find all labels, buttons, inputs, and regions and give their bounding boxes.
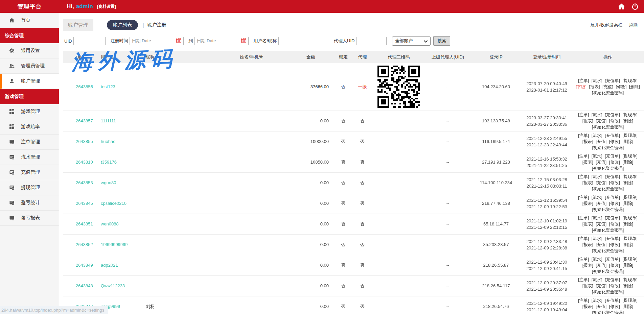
action-link[interactable]: [充值] bbox=[602, 84, 613, 89]
uid-link[interactable]: 2643855 bbox=[76, 139, 93, 144]
action-link[interactable]: [报表] bbox=[582, 119, 593, 123]
action-link[interactable]: [初始化资金密码] bbox=[592, 248, 624, 253]
action-link[interactable]: [报表] bbox=[582, 304, 593, 309]
action-link[interactable]: [流水] bbox=[592, 236, 602, 241]
date-to-input[interactable]: 日期 Date 31 bbox=[194, 37, 249, 45]
agent-uid-input[interactable] bbox=[356, 37, 387, 45]
username-input[interactable] bbox=[278, 37, 329, 45]
action-link[interactable]: [报表] bbox=[582, 180, 593, 185]
uid-link[interactable]: 2643851 bbox=[76, 221, 93, 226]
action-link[interactable]: [流水] bbox=[592, 298, 602, 303]
action-link[interactable]: [注单] bbox=[578, 133, 589, 138]
action-link[interactable]: [充值单] bbox=[605, 174, 620, 179]
action-link[interactable]: [注单] bbox=[578, 216, 589, 220]
action-link[interactable]: [报表] bbox=[582, 222, 593, 226]
action-link[interactable]: [充值] bbox=[596, 119, 606, 123]
action-link[interactable]: [流水] bbox=[592, 174, 602, 179]
uid-link[interactable]: 2643856 bbox=[76, 84, 93, 89]
action-link[interactable]: [删除] bbox=[622, 284, 633, 288]
action-link[interactable]: [充值单] bbox=[605, 154, 620, 159]
sidebar-item-10[interactable]: @充值管理 bbox=[0, 165, 59, 180]
username-link[interactable]: 1111111 bbox=[101, 118, 116, 123]
search-button[interactable]: 搜索 bbox=[433, 36, 450, 46]
action-link[interactable]: [初始化资金密码] bbox=[592, 145, 624, 150]
action-link[interactable]: [提现单] bbox=[622, 174, 637, 179]
action-link[interactable]: [删除] bbox=[622, 160, 633, 165]
action-link[interactable]: [注单] bbox=[578, 236, 589, 241]
action-link[interactable]: [提现单] bbox=[622, 113, 637, 117]
action-link[interactable]: [删除] bbox=[622, 180, 633, 185]
uid-link[interactable]: 2643857 bbox=[76, 118, 93, 123]
action-link[interactable]: [充值] bbox=[596, 263, 606, 268]
action-link[interactable]: [初始化资金密码] bbox=[592, 290, 624, 294]
home-icon[interactable] bbox=[618, 3, 625, 10]
action-link[interactable]: [报表] bbox=[582, 201, 593, 206]
action-link[interactable]: [注单] bbox=[578, 174, 589, 179]
username-link[interactable]: huohao bbox=[101, 139, 115, 144]
action-link[interactable]: [充值] bbox=[596, 201, 606, 206]
calendar-icon[interactable]: 31 bbox=[241, 38, 247, 44]
uid-link[interactable]: 2643852 bbox=[76, 242, 93, 247]
action-link[interactable]: [充值] bbox=[596, 284, 606, 288]
action-link[interactable]: [报表] bbox=[582, 139, 593, 144]
uid-link[interactable]: 2643810 bbox=[76, 160, 93, 165]
sidebar-item-2[interactable]: 通用设置 bbox=[0, 43, 59, 58]
sidebar-item-9[interactable]: @流水管理 bbox=[0, 150, 59, 165]
action-link[interactable]: [提现单] bbox=[622, 78, 637, 83]
uid-link[interactable]: 2643849 bbox=[76, 263, 93, 268]
uid-input[interactable] bbox=[73, 37, 106, 45]
action-link[interactable]: [流水] bbox=[592, 277, 602, 282]
action-link[interactable]: [修改] bbox=[609, 284, 620, 288]
action-link[interactable]: [充值单] bbox=[605, 78, 620, 83]
action-link[interactable]: [流水] bbox=[592, 113, 602, 117]
action-link[interactable]: [充值单] bbox=[605, 298, 620, 303]
action-link[interactable]: [注单] bbox=[578, 154, 589, 159]
username-link[interactable]: wen0088 bbox=[101, 221, 119, 226]
sidebar-item-8[interactable]: @注单管理 bbox=[0, 135, 59, 150]
action-link[interactable]: [下级] bbox=[576, 84, 586, 89]
action-link[interactable]: [修改] bbox=[616, 84, 626, 89]
action-link[interactable]: [初始化资金密码] bbox=[592, 228, 624, 233]
action-link[interactable]: [删除] bbox=[622, 222, 633, 226]
action-link[interactable]: [提现单] bbox=[622, 277, 637, 282]
sidebar-item-4[interactable]: 账户管理 bbox=[0, 74, 59, 89]
sidebar-item-7[interactable]: 游戏赔率 bbox=[0, 119, 59, 135]
action-link[interactable]: [注单] bbox=[578, 257, 589, 262]
action-link[interactable]: [修改] bbox=[609, 222, 620, 226]
action-link[interactable]: [注单] bbox=[578, 277, 589, 282]
action-link[interactable]: [充值单] bbox=[605, 195, 620, 200]
action-link[interactable]: [充值单] bbox=[605, 133, 620, 138]
action-link[interactable]: [报表] bbox=[589, 84, 600, 89]
action-link[interactable]: [初始化资金密码] bbox=[592, 125, 624, 129]
action-link[interactable]: [充值] bbox=[596, 242, 606, 247]
action-link[interactable]: [报表] bbox=[582, 242, 593, 247]
tab-account-list[interactable]: 账户列表 bbox=[107, 20, 138, 30]
action-link[interactable]: [报表] bbox=[582, 160, 593, 165]
action-link[interactable]: [修改] bbox=[609, 160, 620, 165]
action-link[interactable]: [流水] bbox=[592, 154, 602, 159]
action-link[interactable]: [充值单] bbox=[605, 216, 620, 220]
action-link[interactable]: [删除] bbox=[622, 263, 633, 268]
action-link[interactable]: [报表] bbox=[582, 284, 593, 288]
username-link[interactable]: t359176 bbox=[101, 160, 117, 165]
action-link[interactable]: [流水] bbox=[592, 216, 602, 220]
action-link[interactable]: [充值单] bbox=[605, 257, 620, 262]
sidebar-item-12[interactable]: @盈亏统计 bbox=[0, 195, 59, 211]
date-from-input[interactable]: 日期 Date 31 bbox=[130, 37, 184, 45]
profile-settings-link[interactable]: [资料设置] bbox=[97, 4, 116, 9]
action-link[interactable]: [修改] bbox=[609, 201, 620, 206]
action-link[interactable]: [充值单] bbox=[605, 236, 620, 241]
sidebar-item-13[interactable]: @盈亏报表 bbox=[0, 211, 59, 226]
action-link[interactable]: [充值] bbox=[596, 222, 606, 226]
calendar-icon[interactable]: 31 bbox=[176, 38, 182, 44]
action-link[interactable]: [充值单] bbox=[605, 277, 620, 282]
username-link[interactable]: Qww112233 bbox=[101, 283, 125, 288]
action-link[interactable]: [修改] bbox=[609, 139, 620, 144]
username-link[interactable]: cpsalice0210 bbox=[101, 201, 127, 206]
action-link[interactable]: [提现单] bbox=[622, 236, 637, 241]
action-link[interactable]: [删除] bbox=[622, 242, 633, 247]
sidebar-item-6[interactable]: 游戏管理 bbox=[0, 104, 59, 119]
action-link[interactable]: [充值] bbox=[596, 139, 606, 144]
action-link[interactable]: [初始化资金密码] bbox=[592, 91, 624, 95]
action-link[interactable]: [注单] bbox=[578, 113, 589, 117]
